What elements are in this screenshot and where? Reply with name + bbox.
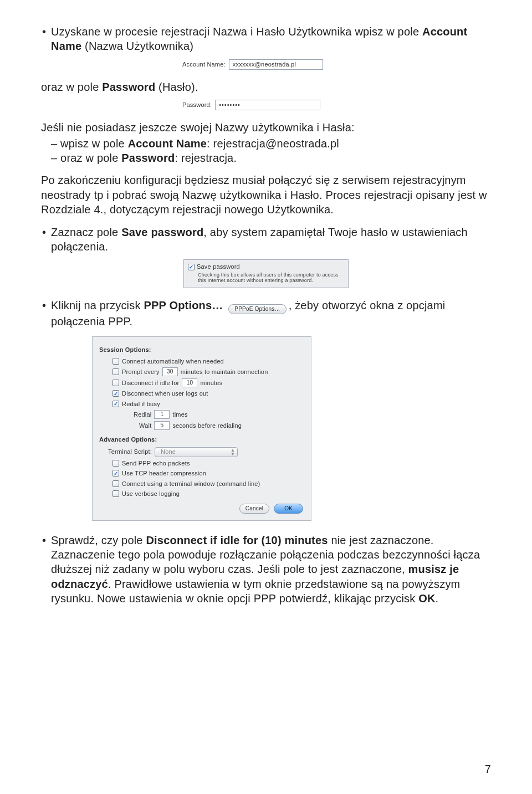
- dash-item-2: – oraz w pole Password: rejestracja.: [41, 151, 491, 165]
- screenshot-session-options-panel: Session Options: ✓ Connect automatically…: [92, 336, 491, 521]
- text: . Prawidłowe ustawienia w tym oknie prze…: [51, 578, 460, 605]
- checkbox-icon[interactable]: ✓: [112, 470, 119, 477]
- advanced-options-header: Advanced Options:: [99, 436, 305, 444]
- text-bold: PPP Options…: [144, 299, 223, 311]
- text: – oraz w pole: [51, 152, 121, 164]
- bullet-dot: •: [41, 533, 51, 606]
- chevron-updown-icon: ▲▼: [231, 448, 235, 456]
- text: Kliknij na przycisk: [51, 299, 144, 311]
- option-connect-auto: ✓ Connect automatically when needed: [98, 357, 305, 366]
- cancel-button[interactable]: Cancel: [239, 504, 269, 514]
- text: Zaznacz pole: [51, 226, 121, 238]
- inline-button-wrapper: PPPoE Options…: [228, 304, 286, 314]
- bullet-save-password: • Zaznacz pole Save password, aby system…: [41, 225, 491, 254]
- save-password-description: Checking this box allows all users of th…: [188, 272, 344, 284]
- option-label: Send PPP echo packets: [122, 459, 190, 468]
- screenshot-save-password: ✓ Save password Checking this box allows…: [41, 259, 491, 288]
- screenshot-account-name-field: Account Name: xxxxxxx@neostrada.pl: [182, 59, 491, 70]
- screenshot-password-field: Password: ••••••••: [182, 100, 491, 110]
- session-options-panel: Session Options: ✓ Connect automatically…: [92, 336, 311, 521]
- option-label: Connect using a terminal window (command…: [122, 480, 260, 488]
- text: Uzyskane w procesie rejestracji Nazwa i …: [51, 25, 422, 38]
- panel-button-row: Cancel OK: [98, 504, 305, 514]
- option-label: Terminal Script:: [108, 448, 152, 456]
- option-label: Use TCP header compression: [122, 469, 206, 478]
- checkbox-icon[interactable]: ✓: [112, 380, 119, 386]
- text: : rejestracja.: [175, 152, 237, 164]
- checkbox-icon[interactable]: ✓: [112, 480, 119, 487]
- option-label: times: [172, 411, 187, 419]
- checkbox-label: Save password: [197, 263, 240, 271]
- text-bold: Disconnect if idle for (10) minutes: [146, 534, 328, 546]
- option-prompt-every: ✓ Prompt every 30 minutes to maintain co…: [98, 367, 305, 376]
- option-label: Connect automatically when needed: [122, 357, 224, 366]
- paragraph-password-intro: oraz w pole Password (Hasło).: [41, 80, 491, 94]
- macfield-password: Password: ••••••••: [182, 100, 320, 110]
- bullet-text: Kliknij na przycisk PPP Options… PPPoE O…: [51, 298, 491, 329]
- option-label: minutes to maintain connection: [181, 368, 268, 376]
- prompt-minutes-input[interactable]: 30: [162, 367, 178, 376]
- text-bold: Password: [121, 152, 175, 164]
- option-disconnect-logout: ✓ Disconnect when user logs out: [98, 390, 305, 398]
- macfield-account-name: Account Name: xxxxxxx@neostrada.pl: [182, 59, 323, 70]
- text-bold: Account Name: [128, 137, 207, 150]
- field-label: Account Name:: [182, 60, 226, 69]
- redial-times-input[interactable]: 1: [154, 410, 170, 419]
- idle-minutes-input[interactable]: 10: [182, 378, 197, 387]
- text: Po zakończeniu konfiguracji będziesz mus…: [41, 174, 487, 216]
- text: oraz w pole: [41, 81, 102, 93]
- option-disconnect-idle: ✓ Disconnect if idle for 10 minutes: [98, 378, 305, 387]
- text: Sprawdź, czy pole: [51, 534, 146, 546]
- session-options-header: Session Options:: [99, 346, 305, 354]
- dash-item-1: – wpisz w pole Account Name: rejestracja…: [41, 136, 491, 151]
- option-tcp-header: ✓ Use TCP header compression: [98, 469, 305, 478]
- option-label: Disconnect if idle for: [122, 379, 179, 387]
- paragraph-no-credentials: Jeśli nie posiadasz jeszcze swojej Nazwy…: [41, 120, 491, 135]
- option-redial-times: Redial 1 times: [98, 410, 305, 419]
- field-label: Password:: [182, 101, 212, 109]
- text: (Nazwa Użytkownika): [81, 40, 193, 52]
- text: Jeśli nie posiadasz jeszcze swojej Nazwy…: [41, 121, 355, 134]
- field-input[interactable]: ••••••••: [215, 100, 320, 110]
- text: (Hasło).: [155, 81, 198, 93]
- option-send-echo: ✓ Send PPP echo packets: [98, 459, 305, 468]
- paragraph-after-config: Po zakończeniu konfiguracji będziesz mus…: [41, 173, 491, 217]
- save-password-box: ✓ Save password Checking this box allows…: [183, 259, 349, 288]
- checkbox-icon[interactable]: ✓: [112, 368, 119, 375]
- checkbox-icon[interactable]: ✓: [188, 264, 195, 270]
- bullet-dot: •: [41, 225, 51, 254]
- wait-seconds-input[interactable]: 5: [154, 421, 170, 430]
- option-label: seconds before redialing: [172, 422, 242, 430]
- bullet-text: Uzyskane w procesie rejestracji Nazwa i …: [51, 24, 491, 54]
- select-value: None: [161, 448, 176, 456]
- page-number: 7: [485, 762, 491, 776]
- terminal-script-select[interactable]: None ▲▼: [155, 447, 238, 457]
- text: .: [436, 592, 439, 605]
- option-label: Wait: [139, 422, 151, 430]
- checkbox-icon[interactable]: ✓: [112, 460, 119, 467]
- bullet-check-disconnect: • Sprawdź, czy pole Disconnect if idle f…: [41, 533, 491, 606]
- checkbox-icon[interactable]: ✓: [112, 390, 119, 397]
- text: : rejestracja@neostrada.pl: [207, 137, 339, 150]
- option-verbose-logging: ✓ Use verbose logging: [98, 490, 305, 498]
- pppoe-options-button[interactable]: PPPoE Options…: [228, 304, 286, 314]
- option-terminal-script: Terminal Script: None ▲▼: [98, 447, 305, 457]
- option-label: Use verbose logging: [122, 490, 180, 498]
- save-password-checkbox-row: ✓ Save password: [188, 263, 344, 271]
- option-label: Prompt every: [122, 368, 160, 376]
- option-connect-terminal: ✓ Connect using a terminal window (comma…: [98, 480, 305, 488]
- bullet-ppp-options: • Kliknij na przycisk PPP Options… PPPoE…: [41, 298, 491, 329]
- ok-button[interactable]: OK: [274, 504, 303, 514]
- option-wait-seconds: Wait 5 seconds before redialing: [98, 421, 305, 430]
- checkbox-icon[interactable]: ✓: [112, 401, 119, 407]
- bullet-dot: •: [41, 24, 51, 54]
- text: – wpisz w pole: [51, 137, 128, 150]
- option-label: Disconnect when user logs out: [122, 390, 208, 398]
- bullet-account-name: • Uzyskane w procesie rejestracji Nazwa …: [41, 24, 491, 54]
- text-bold: OK: [418, 592, 435, 605]
- field-input[interactable]: xxxxxxx@neostrada.pl: [229, 59, 323, 70]
- option-redial-busy: ✓ Redial if busy: [98, 400, 305, 408]
- checkbox-icon[interactable]: ✓: [112, 490, 119, 497]
- option-label: Redial if busy: [122, 400, 160, 408]
- checkbox-icon[interactable]: ✓: [112, 358, 119, 365]
